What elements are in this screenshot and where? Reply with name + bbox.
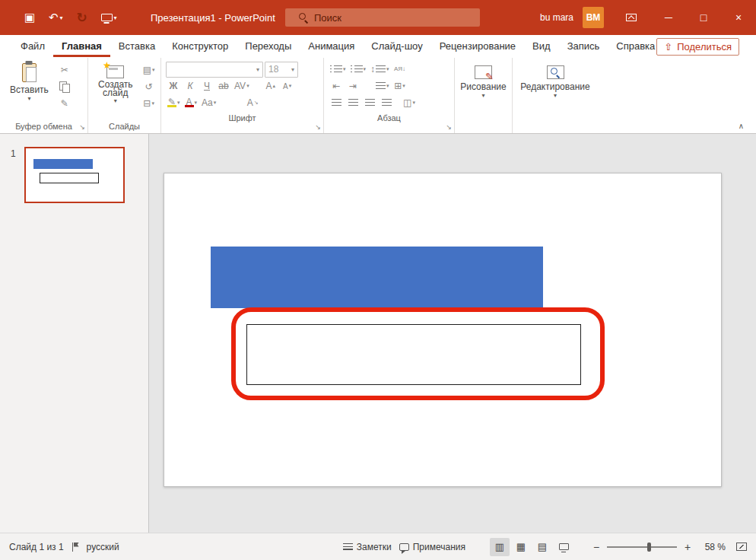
tab-slideshow[interactable]: Слайд-шоу (363, 37, 430, 57)
save-icon[interactable]: ▣ (23, 8, 37, 27)
dialog-launcher-icon[interactable]: ↘ (446, 124, 452, 131)
editing-label: Редактирование (520, 81, 589, 92)
chevron-down-icon: ▾ (246, 83, 249, 89)
zoom-percentage[interactable]: 58 % (698, 542, 726, 552)
underline-button[interactable]: Ч (199, 79, 214, 94)
chevron-down-icon: ▾ (256, 66, 259, 73)
font-size-value: 18 (268, 64, 278, 75)
font-name-select[interactable]: ▾ (166, 62, 263, 78)
tab-view[interactable]: Вид (524, 37, 559, 57)
dialog-launcher-icon[interactable]: ↘ (79, 124, 85, 131)
tab-design[interactable]: Конструктор (164, 37, 237, 57)
section-button[interactable]: ⊟▾ (141, 96, 157, 110)
grow-caret-icon: ▴ (272, 83, 275, 89)
format-painter-button[interactable]: ✎ (57, 96, 72, 110)
slide-sorter-view-button[interactable]: ▦ (511, 538, 531, 556)
tab-insert[interactable]: Вставка (110, 37, 164, 57)
layout-icon: ▤ (143, 65, 151, 75)
columns-button[interactable]: ◫▾ (402, 96, 417, 110)
font-color-button[interactable]: А▾ (183, 96, 199, 110)
close-button[interactable]: × (721, 0, 756, 35)
tab-transitions[interactable]: Переходы (237, 37, 300, 57)
bold-button[interactable]: Ж (166, 79, 181, 94)
collapse-ribbon-icon[interactable]: ∧ (739, 122, 744, 130)
slide-layout-button[interactable]: ▤▾ (141, 62, 157, 77)
notes-label: Заметки (357, 542, 392, 552)
normal-view-button[interactable]: ▥ (490, 538, 510, 556)
text-box[interactable] (246, 324, 581, 385)
reset-slide-button[interactable]: ↺ (141, 79, 157, 94)
group-font: ▾ 18 ▾ Ж К Ч ab AV▾ А▴ А▾ ✎▾ А▾ Aa▾ А (161, 58, 324, 133)
bullets-button[interactable]: ▾ (329, 62, 348, 77)
font-size-select[interactable]: 18 ▾ (265, 62, 298, 78)
slide-canvas[interactable] (164, 173, 722, 487)
fit-to-window-icon[interactable] (736, 542, 747, 551)
language-indicator[interactable]: русский (87, 542, 119, 552)
maximize-button[interactable]: □ (686, 0, 721, 35)
zoom-slider-thumb[interactable] (647, 542, 651, 552)
align-right-button[interactable] (362, 96, 377, 110)
align-left-button[interactable] (329, 96, 344, 110)
comments-button[interactable]: Примечания (399, 542, 465, 552)
redo-icon[interactable]: ↻ (75, 8, 89, 27)
tab-help[interactable]: Справка (608, 37, 663, 57)
avatar[interactable]: BM (583, 7, 604, 28)
title-placeholder-shape[interactable] (211, 247, 543, 308)
thumbnail-title-shape (33, 159, 93, 169)
slide-indicator[interactable]: Слайд 1 из 1 (9, 542, 64, 552)
tab-file[interactable]: Файл (12, 37, 53, 57)
zoom-slider[interactable] (607, 546, 677, 548)
ribbon-display-options-icon (626, 14, 637, 21)
text-highlight-button[interactable]: ✎▾ (166, 96, 182, 110)
numbering-button[interactable]: ▾ (349, 62, 368, 77)
tab-review[interactable]: Рецензирование (431, 37, 524, 57)
tab-home[interactable]: Главная (53, 37, 110, 57)
chevron-down-icon: ▾ (291, 66, 294, 73)
character-spacing-button[interactable]: AV▾ (233, 79, 251, 94)
minimize-button[interactable]: ─ (651, 0, 686, 35)
increase-indent-button[interactable]: ⇥ (345, 79, 361, 94)
chevron-down-icon: ▾ (114, 14, 117, 21)
justify-button[interactable] (379, 96, 394, 110)
undo-icon[interactable]: ↶▾ (49, 8, 63, 27)
editing-button[interactable]: Редактирование ▾ (515, 61, 595, 133)
zoom-in-button[interactable]: + (683, 541, 692, 553)
align-right-icon (365, 99, 375, 107)
strikethrough-button[interactable]: ab (216, 79, 231, 94)
paste-button[interactable]: Вставить ▾ (5, 61, 54, 119)
reading-view-button[interactable]: ▤ (532, 538, 552, 556)
share-button[interactable]: ⇧ Поделиться (656, 38, 739, 56)
decrease-indent-button[interactable]: ⇤ (329, 79, 344, 94)
start-presentation-icon[interactable]: ▾ (101, 8, 117, 27)
slide-thumbnail[interactable] (24, 147, 125, 203)
tab-animations[interactable]: Анимация (300, 37, 363, 57)
change-case-button[interactable]: Aa▾ (200, 96, 218, 110)
ribbon-display-options-button[interactable] (616, 0, 646, 35)
notes-button[interactable]: Заметки (343, 542, 392, 552)
line-spacing-button[interactable]: ↕▾ (369, 62, 391, 77)
sort-button[interactable]: АЯ↓ (392, 62, 408, 77)
shrink-font-button[interactable]: А▾ (280, 79, 295, 94)
titlebar-right: bu mara BM ─ □ × (540, 0, 756, 35)
paste-label: Вставить (10, 84, 49, 95)
ribbon-tab-row: Файл Главная Вставка Конструктор Переход… (0, 35, 756, 58)
copy-button[interactable] (57, 79, 72, 94)
tab-record[interactable]: Запись (559, 37, 608, 57)
new-slide-button[interactable]: Создатьслайд ▾ (93, 61, 138, 119)
align-center-button[interactable] (345, 96, 361, 110)
font-color-bar (185, 105, 194, 107)
grow-font-button[interactable]: А▴ (263, 79, 278, 94)
dialog-launcher-icon[interactable]: ↘ (315, 124, 321, 131)
user-name[interactable]: bu mara (540, 12, 573, 23)
search-box[interactable]: Поиск (285, 8, 480, 27)
cut-button[interactable]: ✂ (57, 62, 72, 77)
new-slide-label-2: слайд (103, 89, 128, 97)
zoom-out-button[interactable]: − (592, 541, 601, 553)
slideshow-button[interactable] (554, 538, 573, 556)
text-direction-button[interactable]: ▾ (374, 79, 391, 94)
clear-formatting-button[interactable]: А↘ (245, 96, 260, 110)
smartart-convert-button[interactable]: ⊞▾ (392, 79, 408, 94)
proofing-button[interactable] (71, 542, 79, 552)
drawing-button[interactable]: Рисование ▾ (455, 61, 511, 133)
italic-button[interactable]: К (183, 79, 198, 94)
